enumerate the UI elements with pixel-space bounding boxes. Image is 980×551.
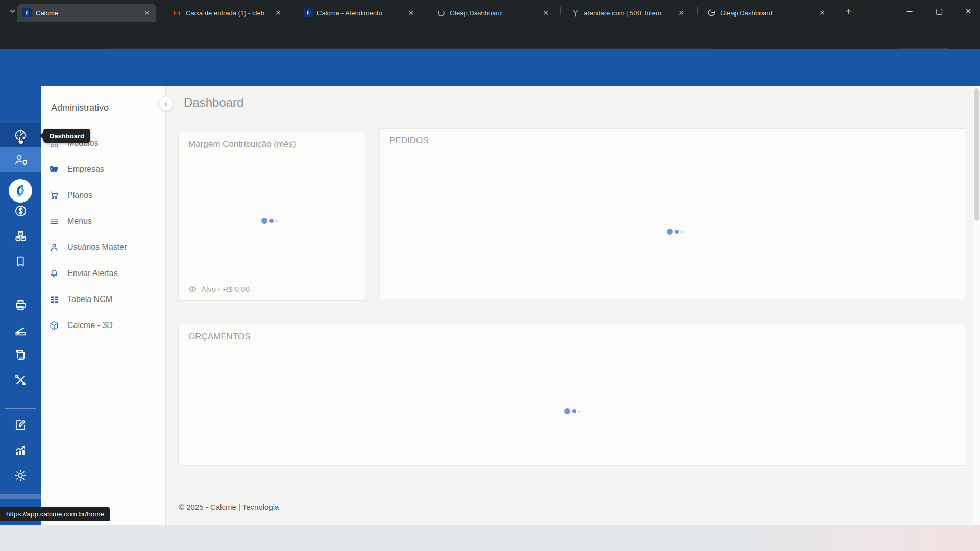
loading-spinner-favicon	[436, 8, 446, 17]
menu-item-label: Tabela NCM	[67, 295, 112, 304]
tab-close-icon[interactable]: ✕	[818, 9, 826, 17]
menu-item-enviar-alertas[interactable]: Enviar Alertas	[41, 263, 166, 284]
tab-calcme-atendimento[interactable]: Calcme - Atendimento ✕	[299, 4, 420, 22]
scrollbar-thumb[interactable]	[974, 88, 979, 221]
main-content: Dashboard Margem Contribuição (mês) Alvo…	[166, 86, 980, 525]
menu-item-label: Calcme - 3D	[67, 321, 113, 330]
copyright-text: © 2025 - Calcme | Tecnologia	[179, 503, 279, 511]
tab-gleap[interactable]: Gleap Dashboard ✕	[702, 4, 831, 22]
loading-spinner	[261, 218, 277, 224]
mouse-cursor-pointer	[15, 135, 27, 147]
menu-item-calcme-3d[interactable]: Calcme - 3D	[41, 315, 166, 336]
tab-gmail[interactable]: Caixa de entrada (1) - cleb ✕	[167, 4, 287, 22]
menu-item-label: Planos	[67, 191, 92, 200]
printer-icon[interactable]	[0, 293, 41, 317]
users-shield-icon[interactable]	[0, 147, 41, 172]
menu-item-menus[interactable]: Menus	[41, 211, 166, 232]
scanner-icon[interactable]	[0, 318, 41, 343]
menu-lines-icon	[49, 216, 59, 227]
tab-separator	[697, 7, 698, 15]
app-footer: © 2025 - Calcme | Tecnologia	[166, 489, 980, 524]
card-margem-contribuicao: Margem Contribuição (mês) Alvo - R$ 0,00	[178, 132, 365, 301]
menu-item-label: Menus	[67, 217, 92, 226]
tab-separator	[560, 7, 561, 15]
menu-item-usuarios-master[interactable]: Usuários Master	[41, 237, 166, 258]
calcme-round-logo[interactable]	[9, 179, 32, 203]
atendare-favicon	[571, 8, 580, 17]
tab-title: Calcme - Atendimento	[317, 9, 403, 17]
calcme-favicon	[22, 8, 32, 17]
tab-gleap-loading[interactable]: Gleap Dashboard ✕	[431, 4, 555, 22]
new-tab-button[interactable]: +	[841, 5, 855, 17]
menu-section-title: Administrativo	[51, 103, 109, 113]
settings-gear-icon[interactable]	[0, 463, 41, 488]
gmail-favicon	[173, 8, 182, 17]
rail-divider	[5, 408, 36, 409]
card-orcamentos: ORÇAMENTOS	[178, 324, 966, 466]
scroll-paper-icon[interactable]	[0, 343, 41, 367]
sidebar-icon-rail	[0, 86, 41, 525]
menu-item-label: Empresas	[67, 165, 104, 174]
page-title: Dashboard	[184, 95, 243, 110]
gleap-favicon	[707, 8, 716, 17]
tab-separator	[293, 7, 293, 15]
link-status-bubble: https://app.calcme.com.br/home	[0, 507, 110, 521]
menu-item-empresas[interactable]: Empresas	[41, 159, 166, 180]
tab-close-icon[interactable]: ✕	[542, 9, 550, 17]
user-icon	[49, 242, 59, 253]
menu-item-label: Enviar Alertas	[67, 269, 118, 278]
collapse-sidebar-chevron[interactable]: ‹	[158, 96, 174, 111]
tab-atendare[interactable]: atendare.com | 500: Intern ✕	[566, 4, 691, 22]
tab-title: Gleap Dashboard	[720, 9, 814, 17]
tab-close-icon[interactable]: ✕	[407, 9, 415, 17]
window-close-button[interactable]: ✕	[957, 0, 980, 22]
tab-close-icon[interactable]: ✕	[274, 9, 282, 17]
windows-taskbar: R 32 4 31 X POR PTB2 15:25 18/11/202	[0, 525, 980, 551]
tab-title: Gleap Dashboard	[450, 9, 537, 17]
bookmark-book-icon[interactable]	[0, 249, 41, 273]
menu-item-tabela-ncm[interactable]: Tabela NCM	[41, 289, 166, 310]
cube-icon	[49, 320, 59, 331]
packages-icon[interactable]	[0, 223, 41, 248]
folder-icon	[49, 164, 59, 174]
dashboard-tooltip: Dashboard	[43, 129, 90, 143]
tab-title: atendare.com | 500: Intern	[584, 9, 673, 17]
bell-icon	[49, 268, 59, 279]
card-footer-label: Alvo - R$ 0,00	[201, 285, 250, 293]
card-title: Margem Contribuição (mês)	[188, 139, 296, 149]
tab-calcme[interactable]: Calcme ✕	[17, 4, 156, 22]
window-minimize-button[interactable]: ─	[898, 0, 921, 22]
tab-separator	[427, 7, 427, 15]
menu-item-label: Usuários Master	[67, 243, 127, 252]
browser-tab-bar: Calcme ✕ Caixa de entrada (1) - cleb ✕ C…	[0, 0, 980, 22]
app-header: calcme 51 - DEMONSTRAÇÃO ▼ Cleberson	[0, 49, 980, 86]
browser-toolbar: app.calcme.com.br Trabalho ⋮	[0, 22, 980, 49]
design-tools-icon[interactable]	[0, 368, 41, 392]
table-icon	[49, 294, 59, 305]
target-icon	[188, 285, 197, 293]
loading-spinner	[667, 229, 682, 235]
tab-title: Caixa de entrada (1) - cleb	[186, 9, 270, 17]
edit-compose-icon[interactable]	[0, 413, 41, 437]
calcme-favicon	[304, 8, 313, 17]
tab-close-icon[interactable]: ✕	[677, 9, 685, 17]
window-maximize-button[interactable]: ▢	[927, 0, 951, 22]
card-title: ORÇAMENTOS	[188, 332, 251, 342]
menu-item-planos[interactable]: Planos	[41, 185, 166, 206]
card-title: PEDIDOS	[389, 136, 429, 146]
tab-title: Calcme	[36, 9, 139, 17]
page-scrollbar[interactable]	[973, 86, 980, 525]
card-footer: Alvo - R$ 0,00	[179, 277, 365, 300]
cart-icon	[49, 190, 59, 201]
loading-spinner	[564, 408, 580, 414]
tab-close-icon[interactable]: ✕	[143, 9, 151, 17]
sidebar-menu: Administrativo Módulos Empresas Planos M…	[41, 86, 166, 525]
stats-chart-icon[interactable]	[0, 438, 41, 462]
card-pedidos: PEDIDOS	[379, 128, 966, 299]
